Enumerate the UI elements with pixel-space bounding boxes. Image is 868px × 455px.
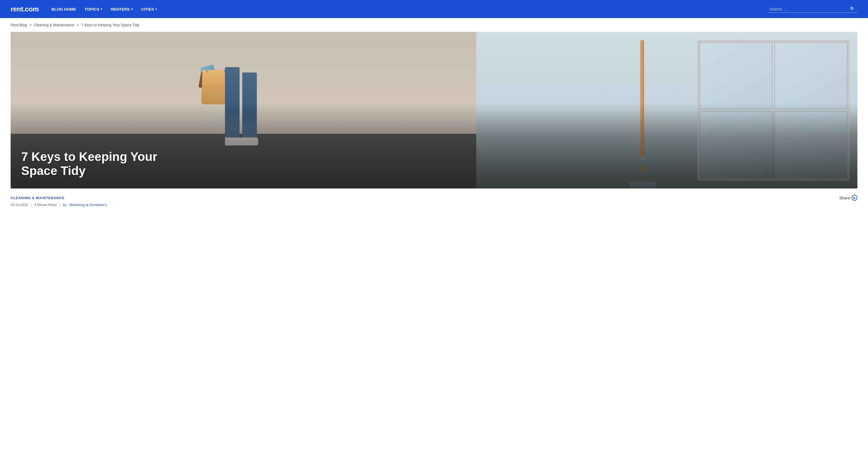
search-container: 🔍 [767,5,857,13]
hero-title: 7 Keys to Keeping Your Space Tidy [21,150,159,178]
byline-separator: | [31,203,31,207]
article-read-time: 4 Minute Read [34,203,57,207]
share-button[interactable]: Share ▶ [839,195,857,201]
window-pane-1 [699,42,773,110]
nav-topics[interactable]: TOPICS ▾ [85,7,102,11]
share-label: Share [839,196,850,200]
breadcrumb-home[interactable]: Rent Blog [11,23,27,27]
article-author-link[interactable]: Marketing at Gondaker's [70,203,107,207]
article-date: 03.13.2020 [11,203,28,207]
breadcrumb-sep-1: > [29,23,31,27]
category-tag[interactable]: CLEANING & MAINTENANCE [11,196,65,200]
site-logo[interactable]: rent.com [11,5,39,13]
byline-separator-2: | [59,203,60,207]
breadcrumb-current: 7 Keys to Keeping Your Space Tidy [81,23,140,27]
article-author-prefix: By [63,203,67,207]
nav-cities[interactable]: CITIES ▾ [141,7,157,11]
article-byline: 03.13.2020 | 4 Minute Read | By Marketin… [11,203,857,207]
breadcrumb-sep-2: > [77,23,79,27]
cities-chevron-icon: ▾ [155,7,157,11]
article-meta: CLEANING & MAINTENANCE Share ▶ [11,195,857,201]
nav-renters[interactable]: RENTERS ▾ [111,7,133,11]
nav-links: BLOG HOME TOPICS ▾ RENTERS ▾ CITIES ▾ [52,7,758,11]
nav-blog-home[interactable]: BLOG HOME [52,7,76,11]
breadcrumb: Rent Blog > Cleaning & Maintenance > 7 K… [0,18,868,32]
renters-chevron-icon: ▾ [131,7,133,11]
breadcrumb-category[interactable]: Cleaning & Maintenance [34,23,74,27]
search-input[interactable] [769,7,848,11]
hero-image-container: 7 Keys to Keeping Your Space Tidy [11,32,857,189]
hero-image: 7 Keys to Keeping Your Space Tidy [11,32,857,189]
share-arrow-icon: ▶ [851,195,857,201]
main-nav: rent.com BLOG HOME TOPICS ▾ RENTERS ▾ CI… [0,0,868,18]
window-pane-2 [774,42,847,110]
search-button[interactable]: 🔍 [850,6,855,11]
topics-chevron-icon: ▾ [101,7,102,11]
